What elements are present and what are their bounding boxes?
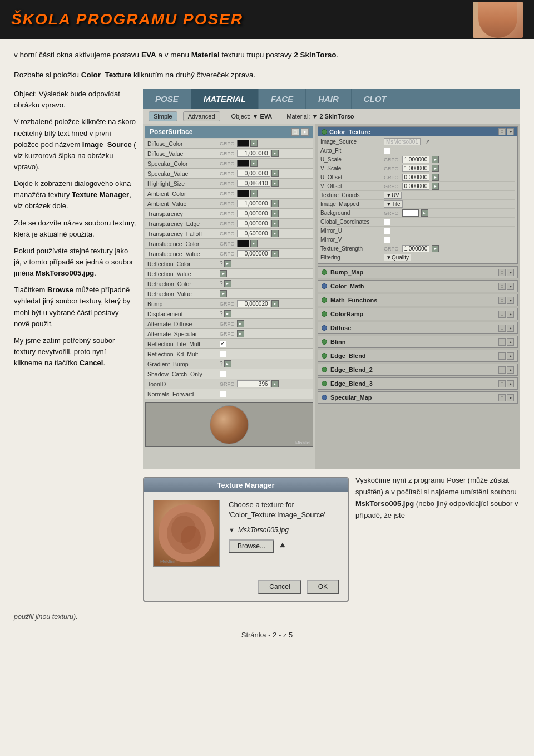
- mirror-u-checkbox[interactable]: [384, 228, 390, 234]
- prop-alternate-specular: Alternate_Specular GRPO ▸: [145, 329, 313, 339]
- specular-value-icon[interactable]: ▸: [271, 170, 279, 177]
- specular-color-icon[interactable]: ▸: [250, 160, 258, 167]
- reflection-question[interactable]: ?: [220, 261, 223, 267]
- reflection-value-icon[interactable]: ▸: [220, 270, 227, 277]
- ambient-color-icon[interactable]: ▸: [250, 190, 258, 197]
- collapsed-nodes-list: Bump_Map □ ▸ Color_Math □ ▸: [318, 266, 518, 404]
- math-functions-node[interactable]: Math_Functions □ ▸: [318, 294, 518, 306]
- specular-map-node[interactable]: Specular_Map □ ▸: [318, 391, 518, 404]
- eb2-btn2[interactable]: ▸: [507, 366, 514, 374]
- d-btn2[interactable]: ▸: [507, 325, 514, 332]
- bump-map-node[interactable]: Bump_Map □ ▸: [318, 266, 518, 278]
- reflection-color-icon[interactable]: ▸: [224, 260, 231, 267]
- bl-btn1[interactable]: □: [498, 338, 506, 346]
- ct-image-mapped: Image_Mapped ▼Tile: [320, 200, 515, 209]
- ct-image-source-value[interactable]: MsMorso001: [384, 138, 421, 145]
- eb2-btn1[interactable]: □: [498, 366, 506, 374]
- sm-btn2[interactable]: ▸: [507, 394, 514, 401]
- normals-checkbox[interactable]: [220, 391, 226, 397]
- displacement-icon[interactable]: ▸: [224, 310, 231, 317]
- tm-ok-btn[interactable]: OK: [307, 580, 339, 594]
- bump-icon[interactable]: ▸: [271, 300, 279, 307]
- cr-btn1[interactable]: □: [498, 311, 506, 318]
- reflection-lite-checkbox[interactable]: ✓: [220, 341, 226, 347]
- edge-blend-node[interactable]: Edge_Blend □ ▸: [318, 350, 518, 362]
- gradient-icon[interactable]: ▸: [224, 360, 231, 367]
- cm-btn1[interactable]: □: [498, 283, 506, 290]
- ct-texture-coords-value[interactable]: ▼UV: [384, 192, 402, 199]
- eb3-btn1[interactable]: □: [498, 380, 506, 387]
- cm-btn2[interactable]: ▸: [507, 283, 514, 290]
- cr-btn2[interactable]: ▸: [507, 311, 514, 318]
- panel-icon-2[interactable]: ▸: [301, 128, 309, 136]
- edge-blend-3-node[interactable]: Edge_Blend_3 □ ▸: [318, 377, 518, 390]
- ct-texture-strength-icon[interactable]: ▸: [432, 245, 439, 252]
- highlight-icon[interactable]: ▸: [271, 180, 279, 187]
- prop-displacement: Displacement ? ▸: [145, 309, 313, 319]
- bl-btn2[interactable]: ▸: [507, 338, 514, 346]
- alt-specular-icon[interactable]: ▸: [237, 330, 244, 337]
- eb-btn2[interactable]: ▸: [507, 352, 514, 360]
- tm-choose-text: Choose a texture for 'Color_Texture:Imag…: [229, 500, 339, 520]
- ambient-value-icon[interactable]: ▸: [271, 200, 279, 207]
- mf-btn2[interactable]: ▸: [507, 297, 514, 304]
- texture-manager-dialog[interactable]: Texture Manager MeMini: [143, 477, 349, 602]
- ct-v-offset-icon[interactable]: ▸: [432, 183, 439, 190]
- diffuse-value-icon[interactable]: ▸: [271, 150, 279, 157]
- ct-image-mapped-value[interactable]: ▼Tile: [384, 200, 403, 208]
- displacement-question[interactable]: ?: [220, 311, 223, 317]
- tab-face[interactable]: FACE: [259, 89, 306, 109]
- math-func-dot: [322, 297, 327, 303]
- sm-btn1[interactable]: □: [498, 394, 506, 401]
- bm-btn2[interactable]: ▸: [507, 269, 514, 276]
- translucence-icon[interactable]: ▸: [250, 240, 258, 247]
- eb-btn1[interactable]: □: [498, 352, 506, 360]
- alt-diffuse-icon[interactable]: ▸: [237, 320, 244, 327]
- prop-translucence-color: Translucence_Color GRPO ▸: [145, 239, 313, 249]
- color-math-node[interactable]: Color_Math □ ▸: [318, 280, 518, 292]
- mirror-v-checkbox[interactable]: [384, 237, 390, 243]
- ct-filtering-value[interactable]: ▼Quality: [384, 254, 411, 261]
- ct-btn1[interactable]: □: [498, 128, 506, 135]
- global-coords-checkbox[interactable]: [384, 219, 390, 225]
- tab-material[interactable]: MATERIAL: [191, 89, 259, 109]
- trans-falloff-icon[interactable]: ▸: [271, 230, 279, 237]
- tab-hair[interactable]: HAIR: [306, 89, 352, 109]
- d-btn1[interactable]: □: [498, 325, 506, 332]
- ct-background-icon[interactable]: ▸: [421, 209, 428, 217]
- eb3-btn2[interactable]: ▸: [507, 380, 514, 387]
- ct-u-offset-icon[interactable]: ▸: [432, 174, 439, 181]
- trans-edge-icon[interactable]: ▸: [271, 220, 279, 227]
- toonid-icon[interactable]: ▸: [271, 380, 279, 387]
- color-ramp-node[interactable]: ColorRamp □ ▸: [318, 308, 518, 320]
- edge-blend-2-node[interactable]: Edge_Blend_2 □ ▸: [318, 364, 518, 376]
- ct-btn2[interactable]: ▸: [507, 128, 514, 135]
- ct-v-scale-icon[interactable]: ▸: [432, 165, 439, 172]
- diffuse-node[interactable]: Diffuse □ ▸: [318, 322, 518, 334]
- auto-fit-checkbox[interactable]: [384, 148, 390, 154]
- shadow-catch-checkbox[interactable]: [220, 371, 226, 377]
- refraction-value-icon[interactable]: ▸: [220, 290, 227, 297]
- tab-pose[interactable]: POSE: [143, 89, 191, 109]
- simple-btn[interactable]: Simple: [149, 111, 177, 121]
- diffuse-color-icon[interactable]: ▸: [250, 140, 258, 147]
- panel-icon-1[interactable]: □: [291, 128, 299, 136]
- object-label: Object: ▼ EVA: [231, 113, 273, 120]
- translucence-value-icon[interactable]: ▸: [271, 250, 279, 257]
- bm-btn1[interactable]: □: [498, 269, 506, 276]
- mf-btn1[interactable]: □: [498, 297, 506, 304]
- refraction-question[interactable]: ?: [220, 281, 223, 287]
- reflection-kd-checkbox[interactable]: [220, 351, 226, 357]
- refraction-color-icon[interactable]: ▸: [224, 280, 231, 287]
- advanced-btn[interactable]: Advanced: [183, 111, 220, 121]
- mesh-preview: MisMini: [145, 402, 313, 447]
- transparency-icon[interactable]: ▸: [271, 210, 279, 217]
- tab-clot[interactable]: CLOT: [352, 89, 399, 109]
- tm-cancel-btn[interactable]: Cancel: [258, 580, 301, 594]
- main-content: v horní části okna aktivujeme postavu EV…: [0, 39, 534, 607]
- tm-browse-btn[interactable]: Browse...: [229, 539, 274, 553]
- prop-ambient-color: Ambient_Color GRPO ▸: [145, 189, 313, 199]
- gradient-question[interactable]: ?: [220, 361, 223, 367]
- ct-u-scale-icon[interactable]: ▸: [432, 156, 439, 163]
- blinn-node[interactable]: Blinn □ ▸: [318, 336, 518, 348]
